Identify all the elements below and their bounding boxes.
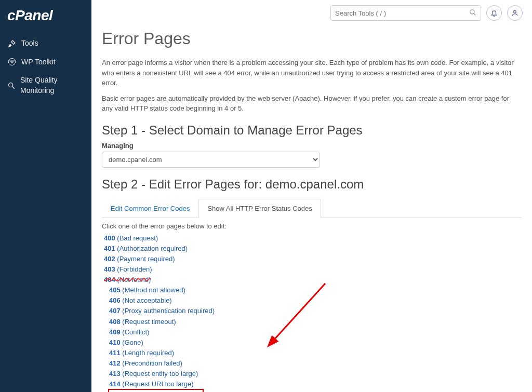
sidebar-item-label: Tools	[21, 38, 38, 49]
cpanel-logo: cPanel	[0, 5, 91, 34]
error-desc: (Request entity too large)	[122, 370, 198, 377]
search-field[interactable]	[335, 9, 469, 17]
svg-point-5	[514, 10, 516, 13]
error-desc: (Request timeout)	[122, 318, 176, 326]
error-code-link[interactable]: 401 (Authorization required)	[104, 244, 522, 254]
search-icon	[469, 9, 476, 18]
sidebar: cPanel Tools WP Toolkit Site Quality Mon…	[0, 0, 91, 392]
error-code-link[interactable]: 408 (Request timeout)	[109, 317, 522, 327]
managing-label: Managing	[102, 142, 522, 150]
page-title: Error Pages	[102, 29, 522, 48]
svg-point-0	[8, 59, 15, 65]
tools-icon	[7, 39, 17, 48]
error-desc: (Method not allowed)	[122, 286, 185, 294]
error-desc: (Gone)	[122, 339, 143, 346]
error-code-link[interactable]: 406 (Not acceptable)	[109, 295, 522, 306]
error-code-link[interactable]: 411 (Length required)	[109, 348, 522, 358]
tabs: Edit Common Error Codes Show All HTTP Er…	[102, 199, 522, 218]
error-code-link[interactable]: 412 (Precondition failed)	[109, 358, 522, 369]
sidebar-item-label: WP Toolkit	[21, 57, 56, 67]
error-code-list: 400 (Bad request)401 (Authorization requ…	[104, 233, 522, 393]
error-desc: (Bad request)	[117, 234, 158, 242]
error-code-link[interactable]: 403 (Forbidden)	[104, 264, 522, 275]
error-desc: (Proxy authentication required)	[122, 307, 215, 315]
topbar	[91, 0, 532, 24]
error-code: 403	[104, 265, 117, 273]
error-code: 400	[104, 234, 117, 242]
step1-title: Step 1 - Select Domain to Manage Error P…	[102, 123, 522, 138]
error-code-link[interactable]: 413 (Request entity too large)	[109, 369, 522, 379]
error-desc: (Not acceptable)	[122, 296, 171, 304]
error-code: 410	[109, 339, 122, 346]
error-code: 409	[109, 328, 122, 336]
error-code: 414	[109, 380, 122, 388]
svg-point-3	[470, 9, 474, 13]
content: Error Pages An error page informs a visi…	[91, 24, 532, 392]
error-desc: (Length required)	[122, 349, 174, 357]
search-input[interactable]	[330, 5, 481, 21]
error-code: 407	[109, 307, 122, 315]
error-code-link[interactable]: 414 (Request URI too large)	[109, 379, 522, 389]
error-code: 408	[109, 318, 122, 326]
error-code-link[interactable]: 407 (Proxy authentication required)	[109, 306, 522, 316]
error-code: 413	[109, 370, 122, 377]
error-desc: (Precondition failed)	[122, 359, 182, 367]
sidebar-item-site-quality[interactable]: Site Quality Monitoring	[0, 71, 91, 100]
step2-title: Step 2 - Edit Error Pages for: demo.cpan…	[102, 177, 522, 192]
svg-line-2	[12, 87, 15, 89]
sidebar-item-wp-toolkit[interactable]: WP Toolkit	[0, 53, 91, 72]
error-desc: (Payment required)	[117, 255, 175, 263]
intro-paragraph-1: An error page informs a visitor when the…	[102, 58, 522, 88]
error-code: 411	[109, 349, 122, 357]
domain-select[interactable]: demo.cpanel.com	[102, 152, 320, 168]
tab-common-codes[interactable]: Edit Common Error Codes	[102, 199, 198, 218]
error-code: 405	[109, 286, 122, 294]
edit-hint: Click one of the error pages below to ed…	[102, 222, 522, 230]
error-code: 412	[109, 359, 122, 367]
magnify-icon	[7, 82, 16, 90]
error-desc: (Authorization required)	[117, 245, 188, 252]
error-code-link[interactable]: 404 (Not found)	[104, 275, 522, 285]
error-desc: (Request URI too large)	[122, 380, 193, 388]
svg-line-4	[474, 13, 475, 15]
svg-point-1	[9, 83, 13, 87]
error-desc: (Forbidden)	[117, 265, 152, 273]
error-code-link[interactable]: 402 (Payment required)	[104, 254, 522, 264]
error-desc: (Not found)	[117, 276, 151, 283]
error-code-link[interactable]: 410 (Gone)	[109, 337, 522, 348]
error-code: 404	[104, 276, 117, 283]
notifications-button[interactable]	[486, 5, 502, 21]
sidebar-item-label: Site Quality Monitoring	[20, 75, 84, 96]
error-desc: (Conflict)	[122, 328, 149, 336]
user-button[interactable]	[507, 5, 523, 21]
wordpress-icon	[7, 58, 17, 66]
sidebar-item-tools[interactable]: Tools	[0, 34, 91, 53]
error-code-link[interactable]: 405 (Method not allowed)	[109, 285, 522, 295]
tab-all-codes[interactable]: Show All HTTP Error Status Codes	[198, 199, 321, 218]
error-code: 402	[104, 255, 117, 263]
intro-text: An error page informs a visitor when the…	[102, 58, 522, 114]
error-code-link[interactable]: 415 (Unsupported media type)	[109, 390, 203, 392]
intro-paragraph-2: Basic error pages are automatically prov…	[102, 93, 522, 114]
error-code-link[interactable]: 400 (Bad request)	[104, 233, 522, 244]
error-code: 406	[109, 296, 122, 304]
error-code: 401	[104, 245, 117, 252]
error-code-link[interactable]: 409 (Conflict)	[109, 327, 522, 337]
main-area: Error Pages An error page informs a visi…	[91, 0, 532, 392]
